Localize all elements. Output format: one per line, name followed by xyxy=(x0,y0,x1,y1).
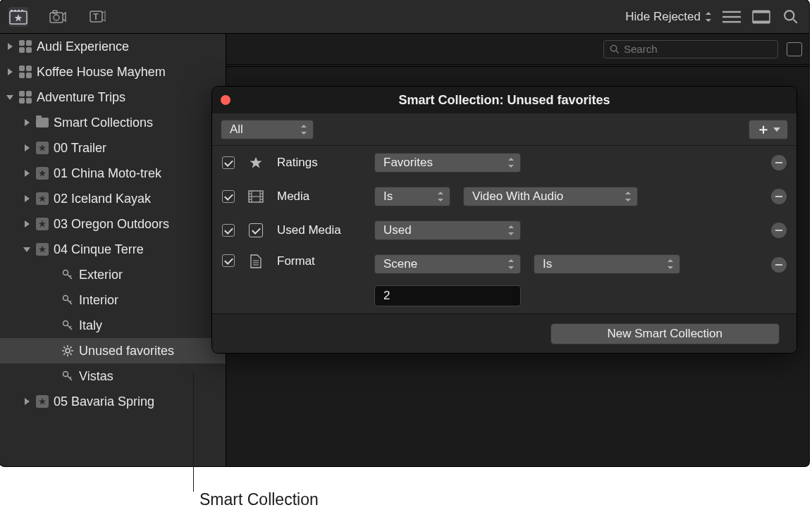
svg-point-46 xyxy=(610,45,616,51)
callout-label: Smart Collection xyxy=(199,490,319,509)
star-icon xyxy=(247,156,264,170)
keyword-item[interactable]: Interior xyxy=(0,287,226,313)
rule-select[interactable]: Is xyxy=(374,187,450,206)
event-item[interactable]: 01 China Moto-trek xyxy=(0,161,226,186)
updown-icon xyxy=(300,125,307,135)
svg-marker-45 xyxy=(39,398,46,405)
rule-checkbox[interactable] xyxy=(222,156,235,169)
filter-dropdown[interactable]: Hide Rejected xyxy=(625,10,712,24)
dialog-title: Smart Collection: Unused favorites xyxy=(398,93,610,108)
rule-checkbox[interactable] xyxy=(222,224,235,237)
rule-row: Format Scene Is 2 xyxy=(212,247,796,313)
svg-marker-49 xyxy=(250,157,262,168)
search-placeholder: Search xyxy=(624,43,658,55)
svg-line-44 xyxy=(70,377,71,378)
library-item[interactable]: Audi Experience xyxy=(0,34,226,59)
rule-select[interactable]: Scene xyxy=(374,254,521,274)
svg-line-40 xyxy=(63,354,65,355)
svg-rect-3 xyxy=(18,10,20,11)
svg-line-32 xyxy=(70,326,71,328)
folder-item[interactable]: Smart Collections xyxy=(0,110,226,135)
library-name: Audi Experience xyxy=(37,39,129,54)
event-item[interactable]: 05 Bavaria Spring xyxy=(0,389,226,414)
remove-rule-button[interactable] xyxy=(771,189,787,204)
rule-label: Media xyxy=(277,189,362,204)
search-input[interactable]: Search xyxy=(603,40,778,58)
folder-icon xyxy=(36,118,49,127)
svg-line-41 xyxy=(70,347,72,348)
svg-line-38 xyxy=(63,347,65,348)
library-tab-icon[interactable] xyxy=(8,7,28,27)
event-item[interactable]: 04 Cinque Terre xyxy=(0,237,226,262)
remove-rule-button[interactable] xyxy=(771,155,787,170)
event-icon xyxy=(36,142,49,154)
svg-marker-19 xyxy=(39,144,46,151)
dialog-titlebar: Smart Collection: Unused favorites xyxy=(212,87,796,113)
rule-row: Used Media Used xyxy=(212,213,796,247)
keyword-name: Italy xyxy=(79,318,102,333)
rule-value-input[interactable]: 2 xyxy=(374,285,521,306)
filmstrip-view-icon[interactable] xyxy=(751,7,771,27)
rule-select[interactable]: Video With Audio xyxy=(463,187,638,206)
svg-point-27 xyxy=(63,296,68,301)
event-item[interactable]: 00 Trailer xyxy=(0,135,226,161)
gear-icon xyxy=(61,344,74,357)
svg-rect-8 xyxy=(53,11,57,13)
keyword-item[interactable]: Italy xyxy=(0,313,226,338)
smart-collection-name: Unused favorites xyxy=(79,344,174,359)
svg-rect-11 xyxy=(722,11,741,12)
photos-tab-icon[interactable] xyxy=(48,7,68,27)
svg-point-24 xyxy=(63,270,68,275)
event-name: 04 Cinque Terre xyxy=(54,242,144,257)
keyword-item[interactable]: Exterior xyxy=(0,262,226,287)
event-name: 05 Bavaria Spring xyxy=(54,394,154,409)
smart-collection-item[interactable]: Unused favorites xyxy=(0,338,226,363)
search-icon[interactable] xyxy=(781,7,801,27)
library-name: Adventure Trips xyxy=(37,90,125,105)
list-view-icon[interactable] xyxy=(722,7,742,27)
keyword-item[interactable]: Vistas xyxy=(0,363,226,389)
remove-rule-button[interactable] xyxy=(771,257,787,273)
event-item[interactable]: 03 Oregon Outdoors xyxy=(0,211,226,237)
toolbar: T Hide Rejected xyxy=(0,0,809,34)
updown-icon xyxy=(705,12,712,22)
remove-rule-button[interactable] xyxy=(771,223,787,238)
svg-line-39 xyxy=(70,354,72,355)
rule-row: Media Is Video With Audio xyxy=(212,180,796,213)
keyword-name: Vistas xyxy=(79,369,113,384)
rule-checkbox[interactable] xyxy=(222,254,235,267)
sidebar: Audi Experience Koffee House Mayhem Adve… xyxy=(0,34,226,466)
rule-checkbox[interactable] xyxy=(222,190,235,203)
match-select[interactable]: All xyxy=(221,120,314,139)
used-media-icon xyxy=(247,223,264,237)
rule-select[interactable]: Favorites xyxy=(374,153,521,173)
event-item[interactable]: 02 Iceland Kayak xyxy=(0,186,226,211)
titles-tab-icon[interactable]: T xyxy=(87,7,107,27)
svg-marker-23 xyxy=(39,246,46,253)
event-name: 00 Trailer xyxy=(54,141,106,156)
svg-text:T: T xyxy=(93,12,99,22)
library-item[interactable]: Adventure Trips xyxy=(0,85,226,110)
search-icon xyxy=(610,44,620,54)
close-button[interactable] xyxy=(221,95,230,105)
svg-rect-1 xyxy=(11,10,13,11)
rule-select[interactable]: Used xyxy=(374,220,521,240)
clip-appearance-icon[interactable] xyxy=(787,42,802,56)
film-icon xyxy=(247,190,264,203)
smart-collection-dialog: Smart Collection: Unused favorites All ＋… xyxy=(212,87,796,353)
add-rule-button[interactable]: ＋ xyxy=(749,120,788,139)
svg-line-26 xyxy=(70,275,71,277)
library-item[interactable]: Koffee House Mayhem xyxy=(0,59,226,85)
svg-line-18 xyxy=(793,19,797,23)
callout-line xyxy=(193,372,194,492)
svg-line-29 xyxy=(70,301,71,302)
rule-select[interactable]: Is xyxy=(534,254,680,274)
folder-name: Smart Collections xyxy=(54,116,153,130)
svg-marker-48 xyxy=(773,127,780,132)
svg-rect-15 xyxy=(753,11,770,13)
new-smart-collection-button[interactable]: New Smart Collection xyxy=(550,323,780,344)
event-name: 03 Oregon Outdoors xyxy=(54,217,169,232)
keyword-name: Exterior xyxy=(79,268,123,282)
svg-rect-16 xyxy=(753,20,770,23)
svg-point-7 xyxy=(54,15,59,20)
